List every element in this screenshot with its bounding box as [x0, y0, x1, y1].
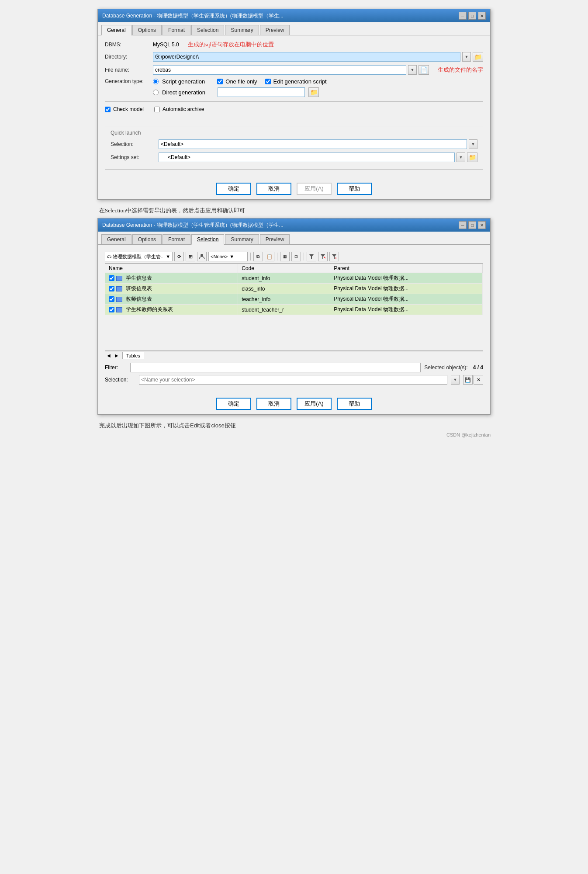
- toolbar-grid-btn[interactable]: ⊞: [186, 252, 195, 261]
- row-checkbox[interactable]: [109, 307, 114, 312]
- direct-gen-folder-btn[interactable]: 📁: [308, 87, 319, 97]
- table-nav-prev[interactable]: ◀: [105, 351, 113, 359]
- table-icon: [116, 297, 122, 302]
- close-button[interactable]: ✕: [478, 12, 486, 20]
- d2-minimize-button[interactable]: ─: [459, 221, 467, 229]
- tab-summary[interactable]: Summary: [225, 25, 259, 35]
- ql-settings-field: ▼ 📁: [159, 153, 477, 162]
- toolbar-select-all-btn[interactable]: ▦: [280, 252, 290, 261]
- selection-name-input[interactable]: [139, 375, 447, 385]
- row-name: 班级信息表: [126, 285, 152, 292]
- table-cell-parent: Physical Data Model 物理数据...: [330, 305, 483, 315]
- toolbar-deselect-btn[interactable]: ⊡: [291, 252, 301, 261]
- minimize-button[interactable]: ─: [459, 12, 467, 20]
- filename-input[interactable]: [153, 65, 406, 75]
- directory-dropdown-btn[interactable]: ▼: [462, 52, 471, 62]
- filename-folder-btn[interactable]: 📄: [419, 65, 429, 75]
- direct-gen-radio[interactable]: [153, 90, 159, 95]
- directory-row: Directory: ▼ 📁: [105, 52, 483, 62]
- table-cell-parent: Physical Data Model 物理数据...: [330, 294, 483, 305]
- toolbar-copy-btn[interactable]: ⧉: [253, 252, 263, 261]
- none-dropdown[interactable]: <None> ▼: [208, 252, 248, 261]
- d2-tab-summary[interactable]: Summary: [225, 234, 259, 244]
- ql-settings-dropdown[interactable]: ▼: [457, 153, 465, 162]
- d2-tab-format[interactable]: Format: [163, 234, 190, 244]
- selection-save-btn[interactable]: 💾: [463, 375, 473, 385]
- directory-field: ▼ 📁: [153, 52, 483, 62]
- quick-launch-box: Quick launch Selection: ▼ Settings set: …: [105, 126, 483, 170]
- direct-gen-row: Direct generation 📁: [153, 87, 319, 97]
- maximize-button[interactable]: □: [468, 12, 476, 20]
- none-label: <None>: [211, 254, 228, 259]
- filename-row: File name: ▼ 📄 生成的文件的名字: [105, 65, 483, 75]
- help-button-2[interactable]: 帮助: [337, 398, 372, 410]
- tables-tab[interactable]: Tables: [122, 352, 144, 359]
- bottom-note: 完成以后出现如下图所示，可以点击Edit或者close按钮: [99, 422, 489, 430]
- apply-button-1[interactable]: 应用(A): [297, 183, 332, 195]
- tab-format[interactable]: Format: [163, 25, 190, 35]
- gentype-row: Generation type: Script generation One f…: [105, 78, 483, 97]
- model-icon: 🗂: [107, 254, 112, 259]
- cancel-button-2[interactable]: 取消: [256, 398, 291, 410]
- selection-delete-btn[interactable]: ✕: [474, 375, 483, 385]
- direct-gen-label: Direct generation: [162, 89, 205, 96]
- toolbar-refresh-btn[interactable]: ⟳: [174, 252, 184, 261]
- script-gen-label: Script generation: [162, 78, 205, 85]
- d2-tab-selection[interactable]: Selection: [191, 234, 224, 245]
- ql-selection-dropdown[interactable]: ▼: [469, 139, 477, 149]
- toolbar-filter2-btn[interactable]: [318, 252, 328, 261]
- toolbar-filter-btn[interactable]: [307, 252, 316, 261]
- tab-options[interactable]: Options: [132, 25, 162, 35]
- dialog1-titlebar: Database Generation - 物理数据模型（学生管理系统）(物理数…: [98, 9, 490, 22]
- d2-tab-preview[interactable]: Preview: [260, 234, 290, 244]
- table-cell-code: student_info: [238, 273, 330, 284]
- directory-input[interactable]: [153, 52, 460, 62]
- toolbar-filter3-btn[interactable]: x: [329, 252, 339, 261]
- toolbar-paste-btn[interactable]: 📋: [265, 252, 274, 261]
- ok-button-2[interactable]: 确定: [216, 398, 251, 410]
- dialog2: Database Generation - 物理数据模型（学生管理系统）(物理数…: [97, 218, 491, 415]
- direct-gen-input[interactable]: [218, 87, 305, 97]
- tab-general[interactable]: General: [101, 25, 131, 35]
- d2-close-button[interactable]: ✕: [478, 221, 486, 229]
- row-checkbox[interactable]: [109, 296, 114, 302]
- table-cell-parent: Physical Data Model 物理数据...: [330, 273, 483, 284]
- ql-settings-row: Settings set: ▼ 📁: [111, 153, 477, 162]
- dialog2-titlebar: Database Generation - 物理数据模型（学生管理系统）(物理数…: [98, 218, 490, 232]
- model-dropdown[interactable]: 🗂 物理数据模型（学生管... ▼: [105, 252, 173, 261]
- script-gen-radio[interactable]: [153, 79, 159, 84]
- filename-dropdown-btn[interactable]: ▼: [408, 65, 417, 75]
- table-nav-next[interactable]: ▶: [113, 351, 121, 359]
- table-cell-name: 学生和教师的关系表: [105, 305, 238, 315]
- ql-settings-input[interactable]: [159, 153, 455, 162]
- d2-maximize-button[interactable]: □: [468, 221, 476, 229]
- d2-tab-general[interactable]: General: [101, 234, 131, 244]
- tab-selection[interactable]: Selection: [191, 25, 224, 35]
- directory-folder-btn[interactable]: 📁: [473, 52, 483, 62]
- file-name-annotation: 生成的文件的名字: [438, 66, 483, 74]
- table-icon: [116, 286, 122, 291]
- filter-input[interactable]: [130, 363, 421, 372]
- ql-selection-label: Selection:: [111, 141, 159, 147]
- ql-settings-folder-btn[interactable]: 📁: [467, 153, 477, 162]
- d2-tab-options[interactable]: Options: [132, 234, 162, 244]
- quick-launch-title: Quick launch: [111, 130, 477, 136]
- ql-selection-input[interactable]: [159, 139, 467, 149]
- page-container: Database Generation - 物理数据模型（学生管理系统）(物理数…: [97, 9, 491, 437]
- apply-button-2[interactable]: 应用(A): [297, 398, 332, 410]
- cancel-button-1[interactable]: 取消: [256, 183, 291, 195]
- edit-script-checkbox[interactable]: [265, 79, 271, 84]
- selection-name-dropdown[interactable]: ▼: [451, 375, 460, 385]
- auto-archive-checkbox[interactable]: [154, 107, 160, 112]
- check-model-checkbox[interactable]: [105, 107, 111, 112]
- table-cell-code: teacher_info: [238, 294, 330, 305]
- row-checkbox[interactable]: [109, 286, 114, 291]
- row-checkbox[interactable]: [109, 275, 114, 281]
- help-button-1[interactable]: 帮助: [337, 183, 372, 195]
- toolbar-sep3: [304, 253, 304, 260]
- tab-preview[interactable]: Preview: [260, 25, 290, 35]
- filename-label: File name:: [105, 67, 153, 73]
- onefile-checkbox[interactable]: [217, 79, 223, 84]
- ok-button-1[interactable]: 确定: [216, 183, 251, 195]
- svg-line-3: [324, 257, 325, 258]
